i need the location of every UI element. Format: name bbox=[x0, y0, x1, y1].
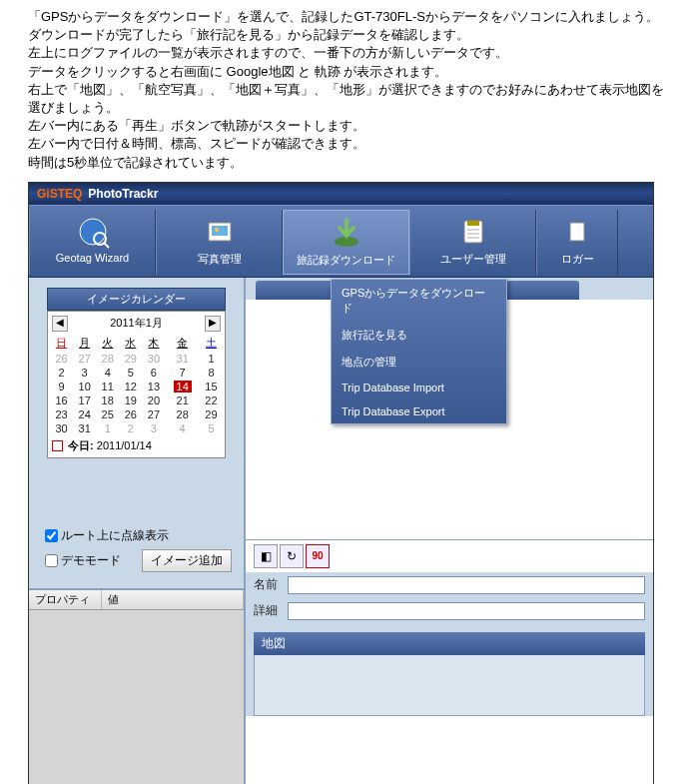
calendar-day[interactable]: 13 bbox=[142, 380, 165, 393]
calendar-day[interactable]: 1 bbox=[200, 352, 223, 366]
calendar-day[interactable]: 12 bbox=[119, 380, 142, 393]
left-panel: イメージカレンダー ◀ 2011年1月 ▶ 日 月 火 水 木 bbox=[29, 278, 246, 784]
calendar-day[interactable]: 7 bbox=[165, 366, 199, 380]
calendar-day[interactable]: 1 bbox=[96, 421, 119, 435]
logger-icon bbox=[537, 214, 617, 250]
calendar-day[interactable]: 3 bbox=[73, 366, 96, 380]
calendar-prev-icon[interactable]: ◀ bbox=[52, 316, 68, 332]
calendar-day[interactable]: 26 bbox=[119, 407, 142, 421]
app-title: PhotoTrackr bbox=[88, 187, 158, 201]
calendar-day[interactable]: 11 bbox=[96, 380, 119, 393]
calendar-day[interactable]: 22 bbox=[200, 393, 223, 407]
map-section-header: 地図 bbox=[254, 632, 645, 655]
calendar-day[interactable]: 2 bbox=[119, 421, 142, 435]
menu-view-trip[interactable]: 旅行記を見る bbox=[332, 322, 506, 349]
calendar-day[interactable]: 18 bbox=[96, 393, 119, 407]
toolbar-user-manage[interactable]: ユーザー管理 bbox=[409, 210, 536, 275]
photo-icon bbox=[157, 214, 282, 250]
dotted-route-label: ルート上に点線表示 bbox=[61, 527, 169, 544]
calendar-day[interactable]: 16 bbox=[50, 393, 73, 407]
calendar-day[interactable]: 14 bbox=[165, 380, 199, 393]
calendar-title: イメージカレンダー bbox=[47, 288, 226, 311]
calendar-day[interactable]: 30 bbox=[142, 352, 165, 366]
calendar-widget: ◀ 2011年1月 ▶ 日 月 火 水 木 金 土 bbox=[47, 311, 226, 458]
today-marker-icon bbox=[52, 440, 63, 451]
trip-download-dropdown: GPSからデータをダウンロード 旅行記を見る 地点の管理 Trip Databa… bbox=[331, 279, 507, 424]
calendar-day[interactable]: 24 bbox=[73, 407, 96, 421]
tool-icon-rotate90[interactable]: 90 bbox=[306, 544, 330, 568]
svg-rect-8 bbox=[467, 221, 479, 226]
calendar-day[interactable]: 28 bbox=[96, 352, 119, 366]
demo-mode-label: デモモード bbox=[61, 552, 121, 569]
property-col-header[interactable]: プロパティ bbox=[29, 590, 102, 609]
app-logo-text: GiSTEQ bbox=[37, 187, 82, 201]
calendar-day[interactable]: 31 bbox=[165, 352, 199, 366]
calendar-day[interactable]: 27 bbox=[142, 407, 165, 421]
calendar-next-icon[interactable]: ▶ bbox=[205, 316, 221, 332]
calendar-day[interactable]: 30 bbox=[50, 421, 73, 435]
toolbar-photo-manage[interactable]: 写真管理 bbox=[156, 210, 283, 275]
calendar-day[interactable]: 9 bbox=[50, 380, 73, 393]
calendar-day[interactable]: 6 bbox=[142, 366, 165, 380]
user-icon bbox=[410, 214, 535, 250]
calendar-day[interactable]: 15 bbox=[200, 380, 223, 393]
calendar-day[interactable]: 20 bbox=[142, 393, 165, 407]
svg-rect-12 bbox=[570, 223, 584, 241]
main-toolbar: Geotag Wizard 写真管理 旅記録ダウンロード ユーザー管理 ロガー bbox=[29, 205, 653, 278]
calendar-day[interactable]: 31 bbox=[73, 421, 96, 435]
detail-label: 詳細 bbox=[254, 602, 288, 619]
map-body bbox=[254, 655, 645, 716]
calendar-day[interactable]: 26 bbox=[50, 352, 73, 366]
calendar-day[interactable]: 17 bbox=[73, 393, 96, 407]
dotted-route-checkbox[interactable] bbox=[45, 529, 58, 542]
menu-manage-points[interactable]: 地点の管理 bbox=[332, 349, 506, 376]
calendar-day[interactable]: 28 bbox=[165, 407, 199, 421]
property-table: プロパティ 値 bbox=[29, 588, 244, 784]
calendar-day[interactable]: 10 bbox=[73, 380, 96, 393]
tool-icon-2[interactable]: ↻ bbox=[280, 544, 304, 568]
svg-rect-4 bbox=[212, 226, 228, 236]
globe-search-icon bbox=[30, 214, 155, 250]
calendar-day[interactable]: 5 bbox=[119, 366, 142, 380]
calendar-day[interactable]: 27 bbox=[73, 352, 96, 366]
name-label: 名前 bbox=[254, 576, 288, 593]
title-bar: GiSTEQ PhotoTrackr bbox=[29, 183, 653, 205]
calendar-day[interactable]: 19 bbox=[119, 393, 142, 407]
toolbar-logger[interactable]: ロガー bbox=[536, 210, 618, 275]
calendar-day[interactable]: 21 bbox=[165, 393, 199, 407]
instructions-text: 「GPSからデータをダウンロード」を選んで、記録したGT-730FL-Sからデー… bbox=[0, 0, 699, 182]
menu-gps-download[interactable]: GPSからデータをダウンロード bbox=[332, 280, 506, 322]
toolbar-trip-download[interactable]: 旅記録ダウンロード bbox=[283, 210, 409, 275]
image-toolbar: ◧ ↻ 90 bbox=[246, 539, 653, 572]
tool-icon-1[interactable]: ◧ bbox=[254, 544, 278, 568]
svg-point-0 bbox=[80, 219, 106, 245]
calendar-day[interactable]: 25 bbox=[96, 407, 119, 421]
calendar-grid: 日 月 火 水 木 金 土 26272829303112345678910111… bbox=[50, 335, 223, 435]
calendar-day[interactable]: 3 bbox=[142, 421, 165, 435]
add-image-button[interactable]: イメージ追加 bbox=[142, 549, 232, 572]
calendar-day[interactable]: 8 bbox=[200, 366, 223, 380]
calendar-month-label[interactable]: 2011年1月 bbox=[110, 316, 163, 331]
calendar-day[interactable]: 29 bbox=[200, 407, 223, 421]
calendar-day[interactable]: 4 bbox=[96, 366, 119, 380]
calendar-day[interactable]: 4 bbox=[165, 421, 199, 435]
value-col-header[interactable]: 値 bbox=[102, 590, 244, 609]
svg-line-2 bbox=[104, 243, 109, 248]
calendar-day[interactable]: 5 bbox=[200, 421, 223, 435]
menu-db-export[interactable]: Trip Database Export bbox=[332, 399, 506, 423]
calendar-day[interactable]: 2 bbox=[50, 366, 73, 380]
svg-point-5 bbox=[215, 228, 219, 232]
calendar-day[interactable]: 23 bbox=[50, 407, 73, 421]
demo-mode-checkbox[interactable] bbox=[45, 554, 58, 567]
calendar-today-row[interactable]: 今日: 2011/01/14 bbox=[50, 437, 223, 454]
name-input[interactable] bbox=[288, 576, 645, 594]
calendar-day[interactable]: 29 bbox=[119, 352, 142, 366]
app-window: GiSTEQ PhotoTrackr Geotag Wizard 写真管理 旅記… bbox=[28, 182, 654, 784]
toolbar-geotag-wizard[interactable]: Geotag Wizard bbox=[29, 210, 156, 275]
detail-input[interactable] bbox=[288, 602, 645, 620]
menu-db-import[interactable]: Trip Database Import bbox=[332, 376, 506, 399]
download-icon bbox=[284, 215, 408, 251]
